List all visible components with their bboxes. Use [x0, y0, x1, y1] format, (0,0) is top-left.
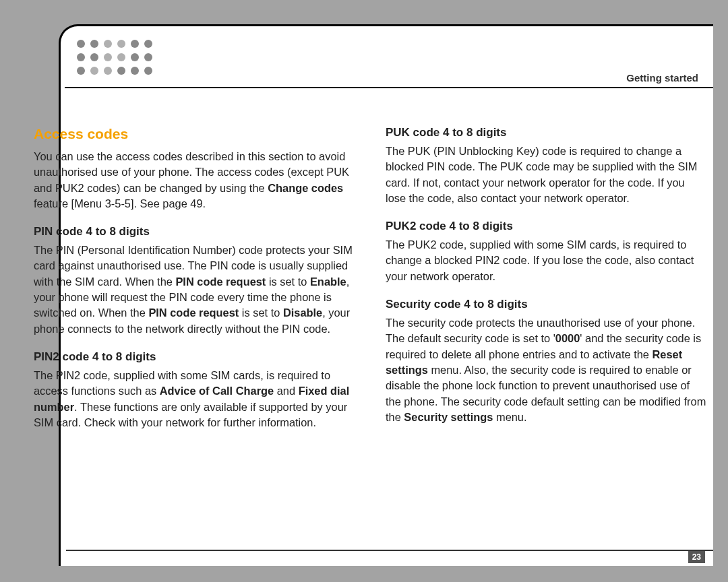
- footer-rule: [66, 550, 713, 551]
- security-paragraph: The security code protects the unauthori…: [386, 315, 708, 425]
- text: . These functions are only available if …: [34, 401, 347, 428]
- bold-text: Security settings: [404, 411, 493, 423]
- pin-heading: PIN code 4 to 8 digits: [34, 225, 356, 238]
- text: is set to: [239, 306, 283, 319]
- left-column: Access codes You can use the access code…: [34, 126, 356, 430]
- right-column: PUK code 4 to 8 digits The PUK (PIN Unbl…: [386, 126, 708, 430]
- text: feature [Menu 3-5-5]. See page 49.: [34, 197, 206, 209]
- text: menu.: [493, 411, 526, 423]
- puk2-heading: PUK2 code 4 to 8 digits: [386, 220, 708, 233]
- intro-paragraph: You can use the access codes described i…: [34, 149, 356, 212]
- text: The PUK (PIN Unblocking Key) code is req…: [386, 145, 698, 204]
- bold-text: Advice of Call Charge: [160, 385, 274, 397]
- security-heading: Security code 4 to 8 digits: [386, 298, 708, 311]
- pin2-heading: PIN2 code 4 to 8 digits: [34, 350, 356, 364]
- bold-text: Disable: [283, 306, 322, 319]
- text: is set to: [266, 276, 310, 288]
- bold-text: Enable: [310, 276, 346, 288]
- bold-text: 0000: [555, 332, 580, 344]
- bold-text: PIN code request: [148, 306, 239, 319]
- section-header: Getting started: [626, 72, 698, 84]
- header-rule: [65, 87, 713, 88]
- pin2-paragraph: The PIN2 code, supplied with some SIM ca…: [34, 368, 356, 430]
- puk2-paragraph: The PUK2 code, supplied with some SIM ca…: [386, 237, 708, 284]
- puk-heading: PUK code 4 to 8 digits: [386, 126, 708, 139]
- puk-paragraph: The PUK (PIN Unblocking Key) code is req…: [386, 143, 708, 206]
- manual-page: Getting started Access codes You can use…: [59, 24, 713, 566]
- bold-text: PIN code request: [175, 276, 266, 288]
- pin-paragraph: The PIN (Personal Identification Number)…: [34, 243, 356, 337]
- page-number: 23: [688, 551, 705, 563]
- bold-text: Change codes: [268, 182, 343, 194]
- content-columns: Access codes You can use the access code…: [34, 126, 708, 430]
- text: The PUK2 code, supplied with some SIM ca…: [386, 238, 694, 282]
- page-title: Access codes: [34, 126, 356, 142]
- text: and: [274, 385, 298, 397]
- decorative-dot-grid: [77, 40, 156, 79]
